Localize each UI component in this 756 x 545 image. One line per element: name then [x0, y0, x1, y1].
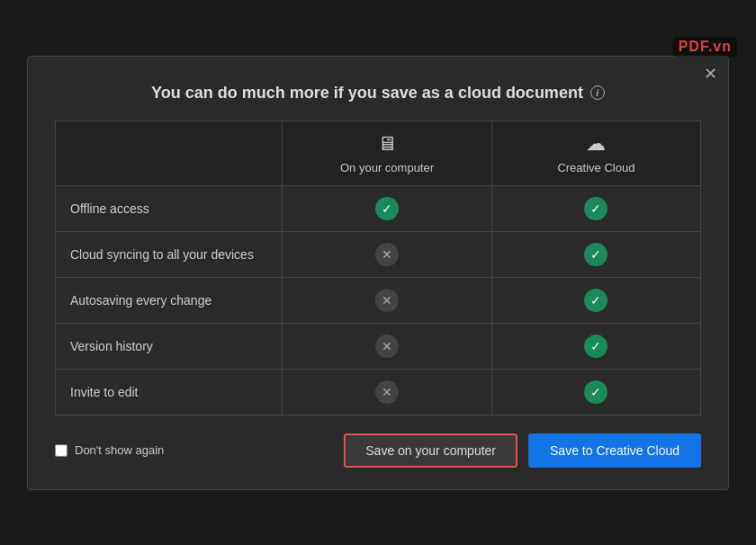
table-row: Cloud syncing to all your devices✕✓	[56, 231, 701, 277]
computer-cell: ✓	[283, 185, 492, 231]
check-icon: ✓	[584, 289, 608, 312]
feature-cell: Invite to edit	[56, 369, 283, 415]
col-header-feature	[56, 121, 283, 185]
cross-icon: ✕	[375, 335, 399, 358]
table-row: Autosaving every change✕✓	[56, 277, 701, 323]
col-cloud-label: Creative Cloud	[557, 161, 634, 174]
dont-show-checkbox[interactable]	[55, 444, 68, 457]
table-row: Offline access✓✓	[56, 185, 701, 231]
comparison-table: 🖥 On your computer ☁ Creative Cloud Offl…	[55, 121, 701, 415]
cross-icon: ✕	[375, 243, 399, 266]
computer-cell: ✕	[283, 231, 492, 277]
main-dialog: PDF.vn ✕ You can do much more if you sav…	[27, 56, 729, 490]
check-icon: ✓	[584, 380, 608, 404]
check-icon: ✓	[584, 197, 608, 220]
computer-cell: ✕	[283, 277, 492, 323]
feature-cell: Version history	[56, 323, 283, 369]
table-row: Version history✕✓	[56, 323, 701, 369]
cloud-cell: ✓	[491, 323, 700, 369]
cloud-icon: ☁	[586, 132, 606, 156]
check-icon: ✓	[584, 335, 608, 358]
dialog-title: You can do much more if you save as a cl…	[151, 84, 583, 103]
title-row: You can do much more if you save as a cl…	[55, 84, 701, 103]
dont-show-label[interactable]: Don't show again	[55, 443, 164, 457]
dont-show-text: Don't show again	[75, 443, 164, 457]
footer: Don't show again Save on your computer S…	[55, 433, 701, 468]
computer-cell: ✕	[283, 323, 492, 369]
feature-cell: Autosaving every change	[56, 277, 283, 323]
cloud-cell: ✓	[491, 369, 700, 415]
table-row: Invite to edit✕✓	[56, 369, 701, 415]
feature-cell: Offline access	[56, 185, 283, 231]
feature-cell: Cloud syncing to all your devices	[56, 231, 283, 277]
close-button[interactable]: ✕	[704, 66, 717, 82]
cross-icon: ✕	[375, 380, 399, 404]
watermark: PDF.vn	[673, 37, 737, 57]
col-computer-label: On your computer	[340, 161, 434, 174]
cloud-cell: ✓	[491, 277, 700, 323]
computer-icon: 🖥	[377, 132, 397, 156]
col-header-cloud: ☁ Creative Cloud	[491, 121, 700, 185]
check-icon: ✓	[584, 243, 608, 266]
cross-icon: ✕	[375, 289, 399, 312]
info-icon[interactable]: i	[590, 85, 605, 100]
footer-buttons: Save on your computer Save to Creative C…	[344, 433, 701, 468]
save-computer-button[interactable]: Save on your computer	[344, 433, 518, 468]
save-cloud-button[interactable]: Save to Creative Cloud	[528, 433, 701, 468]
check-icon: ✓	[375, 197, 399, 220]
computer-cell: ✕	[283, 369, 492, 415]
col-header-computer: 🖥 On your computer	[283, 121, 492, 185]
cloud-cell: ✓	[491, 185, 700, 231]
cloud-cell: ✓	[491, 231, 700, 277]
